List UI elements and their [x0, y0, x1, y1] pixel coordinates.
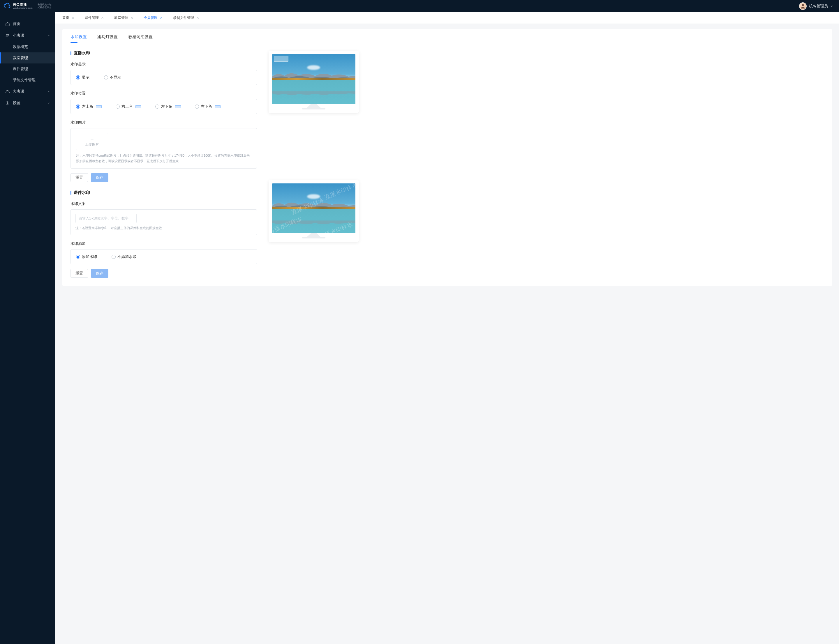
corner-swatch-icon	[215, 105, 221, 108]
section-tab-marquee[interactable]: 跑马灯设置	[97, 34, 118, 43]
watermark-add-group: 添加水印 不添加水印	[71, 249, 257, 264]
tab-courseware[interactable]: 课件管理✕	[84, 15, 105, 20]
radio-icon	[155, 105, 159, 108]
user-menu[interactable]: 机构管理员	[799, 2, 833, 10]
sidebar-item-label: 小班课	[13, 33, 24, 38]
svg-point-5	[802, 4, 804, 6]
radio-bottom-right[interactable]: 右下角	[195, 104, 221, 109]
sidebar-item-label: 大班课	[13, 89, 24, 94]
radio-top-left[interactable]: 左上角	[76, 104, 102, 109]
corner-swatch-icon	[96, 105, 102, 108]
svg-point-4	[7, 102, 8, 104]
save-button[interactable]: 保存	[91, 269, 108, 278]
upload-image-button[interactable]: ＋ 上传图片	[76, 133, 108, 150]
avatar	[799, 2, 807, 10]
user-name: 机构管理员	[809, 3, 828, 9]
chevron-down-icon	[47, 101, 50, 105]
sidebar-item-large-class[interactable]: 大班课	[0, 85, 55, 97]
radio-hide[interactable]: 不显示	[104, 75, 121, 80]
section-tab-watermark[interactable]: 水印设置	[71, 34, 87, 43]
radio-icon	[112, 255, 115, 259]
reset-button[interactable]: 重置	[71, 269, 88, 278]
corner-swatch-icon	[135, 105, 141, 108]
tab-global[interactable]: 全局管理✕	[142, 15, 164, 20]
field-label: 水印显示	[71, 62, 257, 67]
corner-swatch-icon	[175, 105, 181, 108]
svg-point-2	[6, 90, 7, 91]
tab-recording[interactable]: 录制文件管理✕	[172, 15, 200, 20]
group-icon	[5, 89, 10, 94]
field-label: 水印位置	[71, 91, 257, 96]
radio-icon	[195, 105, 199, 108]
field-label: 水印图片	[71, 120, 257, 125]
topbar: 机构管理员	[55, 0, 839, 12]
people-icon	[5, 33, 10, 38]
gear-icon	[5, 101, 10, 105]
section-title-courseware-watermark: 课件水印	[71, 190, 257, 196]
close-icon[interactable]: ✕	[72, 16, 74, 20]
field-label: 水印添加	[71, 241, 257, 246]
watermark-badge-icon	[274, 56, 288, 62]
sidebar-item-settings[interactable]: 设置	[0, 97, 55, 109]
section-tabs: 水印设置 跑马灯设置 敏感词汇设置	[71, 29, 824, 43]
brand-domain: yunduoketang.com	[13, 7, 33, 9]
sidebar-item-label: 设置	[13, 100, 20, 106]
watermark-position-group: 左上角 右上角 左下角 右下角	[71, 99, 257, 114]
close-icon[interactable]: ✕	[196, 16, 199, 20]
courseware-note: 注：若设置为添加水印，对直播上传的课件和生成的回放生效	[76, 225, 252, 231]
plus-icon: ＋	[89, 136, 95, 141]
sidebar-item-home[interactable]: 首页	[0, 18, 55, 30]
live-watermark-preview	[269, 51, 359, 113]
close-icon[interactable]: ✕	[101, 16, 104, 20]
radio-bottom-left[interactable]: 左下角	[155, 104, 181, 109]
home-icon	[5, 21, 10, 26]
chevron-up-icon	[47, 33, 50, 38]
radio-icon	[76, 76, 80, 79]
field-label: 水印文案	[71, 201, 257, 206]
sidebar-item-label: 首页	[13, 21, 20, 26]
watermark-text-input[interactable]	[76, 214, 137, 223]
sidebar-item-data-overview[interactable]: 数据概览	[0, 41, 55, 53]
radio-add-watermark[interactable]: 添加水印	[76, 254, 97, 260]
page-tabs: 首页✕ 课件管理✕ 教室管理✕ 全局管理✕ 录制文件管理✕	[55, 12, 839, 24]
close-icon[interactable]: ✕	[130, 16, 133, 20]
save-button[interactable]: 保存	[91, 173, 108, 182]
svg-point-3	[8, 90, 9, 91]
radio-icon	[115, 105, 120, 108]
radio-show[interactable]: 显示	[76, 75, 89, 80]
radio-top-right[interactable]: 右上角	[115, 104, 141, 109]
brand-name: 云朵直播	[13, 3, 33, 7]
watermark-display-group: 显示 不显示	[71, 70, 257, 85]
watermark-text-panel: 注：若设置为添加水印，对直播上传的课件和生成的回放生效	[71, 209, 257, 235]
sidebar-item-classroom-mgmt[interactable]: 教室管理	[0, 53, 55, 64]
sidebar-item-courseware-mgmt[interactable]: 课件管理	[0, 64, 55, 74]
chevron-down-icon	[830, 4, 833, 8]
section-title-live-watermark: 直播水印	[71, 51, 257, 56]
sidebar-item-small-class[interactable]: 小班课	[0, 30, 55, 41]
radio-no-watermark[interactable]: 不添加水印	[112, 254, 136, 260]
sidebar-item-recording-mgmt[interactable]: 录制文件管理	[0, 74, 55, 85]
radio-icon	[76, 255, 80, 259]
watermark-note: 注：水印只支持png格式图片，且必须为透明底。建议最佳图片尺寸：174*80，大…	[76, 153, 251, 164]
brand-logo: 云朵直播 yunduoketang.com 教育机构一站 式服务云平台	[0, 0, 55, 12]
watermark-image-panel: ＋ 上传图片 注：水印只支持png格式图片，且必须为透明底。建议最佳图片尺寸：1…	[71, 128, 257, 169]
sidebar: 云朵直播 yunduoketang.com 教育机构一站 式服务云平台 首页 小…	[0, 0, 55, 644]
section-tab-sensitive[interactable]: 敏感词汇设置	[128, 34, 153, 43]
close-icon[interactable]: ✕	[160, 16, 163, 20]
tab-home[interactable]: 首页✕	[61, 15, 76, 20]
svg-point-0	[7, 34, 8, 35]
chevron-down-icon	[47, 89, 50, 94]
courseware-watermark-preview: 直播水印样本 直播水印样本 直播水印样本 直播水印样本	[269, 180, 359, 242]
reset-button[interactable]: 重置	[71, 173, 88, 182]
radio-icon	[76, 105, 80, 108]
logo-cloud-icon	[3, 3, 10, 10]
radio-icon	[104, 76, 108, 79]
tab-classroom[interactable]: 教室管理✕	[113, 15, 134, 20]
svg-point-1	[8, 34, 9, 36]
